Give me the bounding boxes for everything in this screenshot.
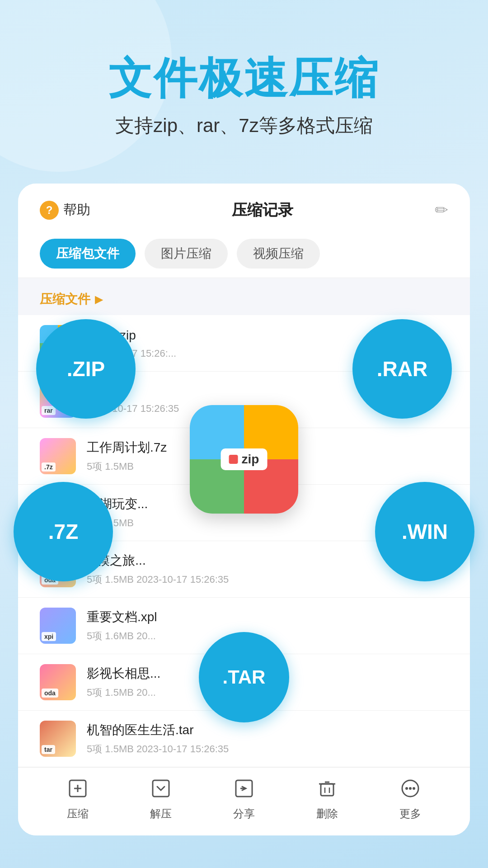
section-label-text: 压缩文件 — [40, 291, 90, 308]
card-inner: ? 帮助 压缩记录 ✏ 压缩包文件 图片压缩 视频压缩 压 — [18, 184, 470, 835]
file-list: zip 多...k.zip 2023-10-17 15:26:... rar .… — [18, 315, 470, 767]
file-info: ...rar 2023-10-17 15:26:35 — [87, 385, 448, 415]
header-title: 压缩记录 — [232, 200, 293, 221]
nav-compress[interactable]: 压缩 — [67, 778, 89, 821]
file-icon-xpi: xpi — [40, 608, 76, 644]
help-label: 帮助 — [63, 201, 90, 219]
main-card-wrapper: ? 帮助 压缩记录 ✏ 压缩包文件 图片压缩 视频压缩 压 — [0, 184, 488, 835]
tab-zip-files[interactable]: 压缩包文件 — [40, 239, 136, 269]
file-meta: 5项 1.6MB 20... — [87, 629, 448, 643]
nav-delete-label: 删除 — [316, 807, 338, 821]
file-item[interactable]: tar 机智的医生生活.tar 5项 1.5MB 2023-10-17 15:2… — [18, 711, 470, 767]
nav-more-label: 更多 — [399, 807, 421, 821]
svg-point-12 — [405, 787, 408, 790]
card-header: ? 帮助 压缩记录 ✏ — [18, 184, 470, 230]
hero-title: 文件极速压缩 — [27, 54, 461, 102]
file-info: 重要文档.xpl 5项 1.6MB 20... — [87, 609, 448, 643]
file-item[interactable]: rar ...rar 2023-10-17 15:26:35 — [18, 372, 470, 428]
file-info: 工作周计划.7z 5项 1.5MB — [87, 439, 448, 473]
file-meta: 5项 1.5MB 20... — [87, 686, 448, 699]
file-info: 清湖玩变... 5项 3.5MB — [87, 495, 448, 530]
file-item[interactable]: zip 多...k.zip 2023-10-17 15:26:... — [18, 315, 470, 372]
file-item[interactable]: oda 影视长相思... 5项 1.5MB 20... — [18, 654, 470, 711]
file-name: 多...k.zip — [87, 327, 448, 344]
svg-point-13 — [409, 787, 412, 790]
file-info: 影视长相思... 5项 1.5MB 20... — [87, 665, 448, 699]
svg-rect-3 — [153, 780, 169, 797]
file-icon-oda2: oda — [40, 551, 76, 587]
file-icon-7z: .7z — [40, 438, 76, 474]
help-button[interactable]: ? 帮助 — [40, 201, 90, 220]
nav-decompress-label: 解压 — [150, 807, 172, 821]
file-icon-oda3: oda — [40, 664, 76, 700]
section-arrow-icon: ▶ — [95, 293, 103, 306]
file-meta: 5项 1.5MB — [87, 460, 448, 473]
nav-more[interactable]: 更多 — [399, 778, 421, 821]
file-name: 机智的医生生活.tar — [87, 722, 448, 739]
file-icon-oda: oda — [40, 495, 76, 531]
hero-section: 文件极速压缩 支持zip、rar、7z等多格式压缩 — [0, 0, 488, 165]
file-name: 重要文档.xpl — [87, 609, 448, 626]
file-icon-rar: rar — [40, 382, 76, 418]
file-info: 多...k.zip 2023-10-17 15:26:... — [87, 327, 448, 359]
nav-decompress[interactable]: 解压 — [150, 778, 172, 821]
tab-bar: 压缩包文件 图片压缩 视频压缩 — [18, 230, 470, 278]
file-name: 影视长相思... — [87, 665, 448, 682]
more-icon — [400, 778, 420, 803]
nav-delete[interactable]: 删除 — [316, 778, 338, 821]
file-item[interactable]: oda 清湖玩变... 5项 3.5MB — [18, 485, 470, 541]
nav-share-label: 分享 — [233, 807, 255, 821]
file-info: ...模之旅... 5项 1.5MB 2023-10-17 15:26:35 — [87, 552, 448, 586]
file-name: ...rar — [87, 385, 448, 399]
file-meta: 5项 1.5MB 2023-10-17 15:26:35 — [87, 742, 448, 756]
nav-share[interactable]: 分享 — [233, 778, 255, 821]
file-meta: 2023-10-17 15:26:35 — [87, 403, 448, 415]
file-info: 机智的医生生活.tar 5项 1.5MB 2023-10-17 15:26:35 — [87, 722, 448, 756]
compress-icon — [68, 778, 88, 803]
bottom-nav: 压缩 解压 — [18, 767, 470, 835]
hero-subtitle: 支持zip、rar、7z等多格式压缩 — [27, 113, 461, 138]
file-meta: 5项 3.5MB — [87, 516, 448, 530]
main-card: ? 帮助 压缩记录 ✏ 压缩包文件 图片压缩 视频压缩 压 — [18, 184, 470, 835]
tab-image-compress[interactable]: 图片压缩 — [145, 239, 228, 269]
section-label: 压缩文件 ▶ — [18, 278, 470, 315]
svg-point-14 — [413, 787, 415, 790]
decompress-icon — [151, 778, 171, 803]
edit-icon[interactable]: ✏ — [435, 201, 448, 220]
svg-rect-6 — [321, 784, 333, 796]
file-icon-tar: tar — [40, 721, 76, 757]
file-item[interactable]: xpi 重要文档.xpl 5项 1.6MB 20... — [18, 598, 470, 654]
help-icon: ? — [40, 201, 59, 220]
file-meta: 5项 1.5MB 2023-10-17 15:26:35 — [87, 573, 448, 586]
file-item[interactable]: oda ...模之旅... 5项 1.5MB 2023-10-17 15:26:… — [18, 541, 470, 598]
share-icon — [234, 778, 254, 803]
file-icon-zip: zip — [40, 325, 76, 361]
file-name: 清湖玩变... — [87, 495, 448, 513]
file-name: 工作周计划.7z — [87, 439, 448, 456]
nav-compress-label: 压缩 — [67, 807, 89, 821]
tab-video-compress[interactable]: 视频压缩 — [237, 239, 320, 269]
file-item[interactable]: .7z 工作周计划.7z 5项 1.5MB — [18, 428, 470, 485]
file-name: ...模之旅... — [87, 552, 448, 569]
delete-icon — [317, 778, 337, 803]
file-meta: 2023-10-17 15:26:... — [87, 348, 448, 359]
